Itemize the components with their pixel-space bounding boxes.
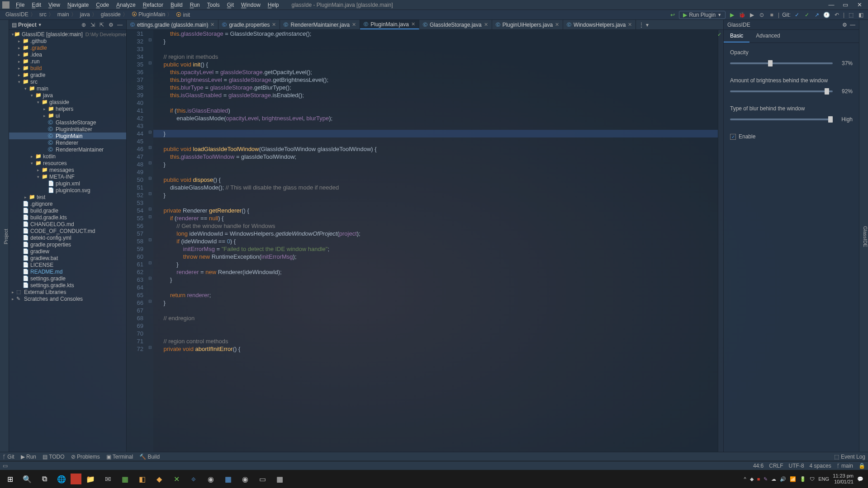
nav-back-icon[interactable]: ↩	[669, 11, 676, 19]
tree-node[interactable]: 📄detekt-config.yml	[9, 234, 126, 241]
code-editor[interactable]: ✓ 31323334353637383940414243444546474849…	[127, 30, 723, 452]
tree-node[interactable]: ⒸGlassIdeStorage	[9, 119, 126, 126]
tree-node[interactable]: 📄CODE_OF_CONDUCT.md	[9, 227, 126, 234]
menu-edit[interactable]: Edit	[28, 1, 45, 9]
tree-node[interactable]: ▸📁messages	[9, 166, 126, 173]
tree-node[interactable]: ▸📁gradle	[9, 71, 126, 78]
breadcrumb-1[interactable]: src	[38, 11, 56, 19]
status-indent[interactable]: 4 spaces	[810, 463, 831, 469]
tree-node[interactable]: ▸📁.github	[9, 38, 126, 44]
inspection-ok-icon[interactable]: ✓	[717, 32, 721, 38]
tree-node[interactable]: ⒸRenderer	[9, 139, 126, 146]
menu-run[interactable]: Run	[186, 1, 204, 9]
tray-chevron-icon[interactable]: ^	[744, 476, 746, 482]
tree-node[interactable]: ▸📁kotlin	[9, 153, 126, 160]
search-icon[interactable]: 🔍	[19, 472, 35, 486]
git-push-icon[interactable]: ↗	[813, 11, 821, 19]
project-view-selector[interactable]: ▤Project▼	[12, 22, 42, 28]
editor-tab[interactable]: ⒸWindowsHelpers.java✕	[563, 20, 636, 29]
tree-node[interactable]: ▾📁glasside	[9, 99, 126, 105]
tree-node[interactable]: 📄settings.gradle	[9, 275, 126, 282]
tree-node[interactable]: 📄gradlew.bat	[9, 255, 126, 261]
blur-slider[interactable]	[730, 118, 833, 120]
tray-icon-3[interactable]: ✎	[764, 476, 768, 482]
maximize-button[interactable]: ▭	[839, 1, 852, 8]
tree-node[interactable]: 📄build.gradle	[9, 207, 126, 214]
tree-node[interactable]: ▸📁.run	[9, 58, 126, 65]
collapse-all-icon[interactable]: ⇱	[98, 22, 105, 28]
profile-button[interactable]: ⊙	[758, 11, 765, 19]
search-everywhere-icon[interactable]: ⬚	[847, 11, 854, 19]
status-lock-icon[interactable]: 🔒	[859, 463, 865, 469]
app-icon-5[interactable]: ▦	[220, 472, 236, 486]
status-git-branch[interactable]: ᚶ main	[837, 463, 853, 469]
tray-volume-icon[interactable]: 🔊	[780, 476, 786, 482]
tray-wifi-icon[interactable]: 📶	[790, 476, 796, 482]
bottom-tool-todo[interactable]: ▤ TODO	[43, 454, 65, 460]
git-rollback-icon[interactable]: ↶	[833, 11, 840, 19]
status-line-sep[interactable]: CRLF	[769, 463, 783, 469]
bottom-tool-problems[interactable]: ⊘ Problems	[71, 454, 100, 460]
breadcrumb-3[interactable]: java	[78, 11, 99, 19]
coverage-button[interactable]: ▶	[748, 11, 755, 19]
ide-settings-icon[interactable]: ◧	[857, 11, 864, 19]
edge-icon[interactable]: 🌐	[53, 472, 70, 486]
status-encoding[interactable]: UTF-8	[789, 463, 804, 469]
tray-icon-2[interactable]: ■	[757, 476, 760, 482]
tree-node[interactable]: ▸📁build	[9, 65, 126, 71]
editor-minimap[interactable]	[718, 30, 723, 452]
toolwin-hide-icon[interactable]: —	[850, 22, 855, 28]
editor-tab[interactable]: ⒸPluginMain.java✕	[360, 20, 419, 29]
menu-tools[interactable]: Tools	[204, 1, 223, 9]
bottom-tool-terminal[interactable]: ▣ Terminal	[106, 454, 133, 460]
tabs-more-icon[interactable]: ⋮ ▾	[636, 20, 651, 29]
vscode-icon[interactable]: ⟐	[185, 472, 202, 486]
menu-git[interactable]: Git	[223, 1, 237, 9]
tree-node[interactable]: ▸⬚External Libraries	[9, 289, 126, 295]
tree-node[interactable]: ⒸRendererMaintainer	[9, 146, 126, 153]
tree-node[interactable]: ⒸPluginMain	[9, 133, 126, 139]
tab-close-icon[interactable]: ✕	[210, 22, 214, 28]
debug-button[interactable]: 🐞	[738, 11, 745, 19]
explorer-icon[interactable]: 📁	[82, 472, 99, 486]
select-opened-file-icon[interactable]: ⊕	[80, 22, 87, 28]
breadcrumb-2[interactable]: main	[56, 11, 78, 19]
expand-all-icon[interactable]: ⇲	[89, 22, 96, 28]
opacity-slider[interactable]	[730, 62, 833, 64]
hide-icon[interactable]: —	[116, 22, 123, 28]
tree-node[interactable]: 📄build.gradle.kts	[9, 214, 126, 221]
app-icon-2[interactable]: ▦	[117, 472, 133, 486]
tab-close-icon[interactable]: ✕	[484, 22, 488, 28]
tree-node[interactable]: 📄.gitignore	[9, 200, 126, 207]
editor-tab[interactable]: Ⓒettings.gradle (glassIde.main)✕	[127, 20, 218, 29]
tree-node[interactable]: 📄pluginIcon.svg	[9, 187, 126, 194]
app-icon-3[interactable]: ◆	[151, 472, 167, 486]
tray-icon-1[interactable]: ◆	[750, 476, 754, 482]
calculator-icon[interactable]: ▦	[271, 472, 288, 486]
settings-icon[interactable]: ⚙	[107, 22, 114, 28]
breadcrumb-0[interactable]: GlassIDE	[4, 11, 38, 19]
tree-node[interactable]: ▾📁META-INF	[9, 173, 126, 180]
editor-tab[interactable]: ⒸGlassIdeStorage.java✕	[419, 20, 492, 29]
tab-close-icon[interactable]: ✕	[628, 22, 632, 28]
tree-node[interactable]: ▾📁src	[9, 78, 126, 85]
git-update-icon[interactable]: ✓	[793, 11, 801, 19]
tab-close-icon[interactable]: ✕	[555, 22, 559, 28]
tree-node[interactable]: 📄settings.gradle.kts	[9, 282, 126, 289]
tree-node[interactable]: ▾📁java	[9, 92, 126, 99]
start-button[interactable]: ⊞	[2, 472, 18, 486]
tree-node[interactable]: ▸📁helpers	[9, 105, 126, 112]
toolwin-settings-icon[interactable]: ⚙	[842, 22, 847, 28]
status-quick-access[interactable]: ▭	[3, 463, 8, 469]
tray-notifications-icon[interactable]: 💬	[857, 476, 863, 482]
close-button[interactable]: ✕	[853, 1, 866, 8]
enable-checkbox[interactable]: ✓	[730, 134, 736, 140]
stop-button[interactable]: ■	[768, 11, 775, 19]
menu-analyze[interactable]: Analyze	[113, 1, 139, 9]
event-log-button[interactable]: ⬚ Event Log	[834, 454, 865, 460]
tab-advanced[interactable]: Advanced	[749, 30, 786, 43]
tree-node[interactable]: ▸📁.idea	[9, 51, 126, 58]
task-view-icon[interactable]: ⧉	[36, 472, 52, 486]
editor-tab[interactable]: ⒸPluginUiHelpers.java✕	[492, 20, 563, 29]
tree-node[interactable]: ▸📁.gradle	[9, 44, 126, 51]
